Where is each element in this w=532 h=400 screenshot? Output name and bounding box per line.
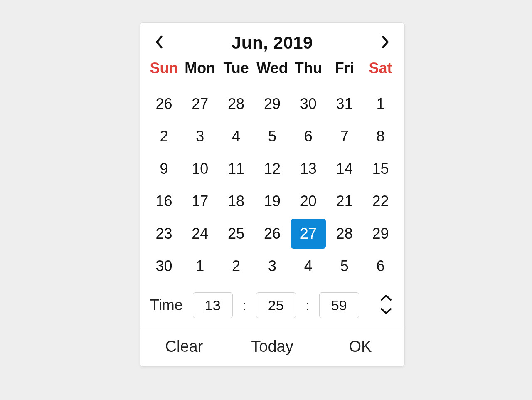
day-cell[interactable]: 3 <box>182 120 218 153</box>
day-cell[interactable]: 23 <box>146 217 182 250</box>
day-cell[interactable]: 28 <box>218 88 254 120</box>
day-cell[interactable]: 4 <box>290 250 326 282</box>
day-cell[interactable]: 1 <box>182 250 218 282</box>
weekday-header: Sun <box>146 59 182 88</box>
day-cell[interactable]: 10 <box>182 153 218 185</box>
weekday-header: Thu <box>290 59 326 88</box>
day-cell[interactable]: 20 <box>290 185 326 217</box>
day-cell[interactable]: 5 <box>254 120 291 153</box>
day-cell[interactable]: 11 <box>218 153 254 185</box>
day-cell[interactable]: 18 <box>218 185 254 217</box>
day-cell[interactable]: 6 <box>362 250 399 282</box>
day-cell[interactable]: 2 <box>218 250 254 282</box>
day-cell[interactable]: 7 <box>326 120 362 153</box>
day-cell[interactable]: 30 <box>146 250 182 282</box>
picker-footer: Clear Today OK <box>140 328 404 366</box>
day-cell[interactable]: 1 <box>362 88 399 120</box>
time-separator: : <box>239 297 249 314</box>
next-month-button[interactable] <box>376 34 394 52</box>
day-cell[interactable]: 5 <box>326 250 362 282</box>
weekday-header: Fri <box>326 59 362 88</box>
day-cell[interactable]: 9 <box>146 153 182 185</box>
chevron-right-icon <box>381 35 390 51</box>
hour-input[interactable]: 13 <box>193 292 233 318</box>
time-separator: : <box>303 297 313 314</box>
day-cell[interactable]: 27 <box>182 88 218 120</box>
day-cell[interactable]: 13 <box>290 153 326 185</box>
day-cell[interactable]: 14 <box>326 153 362 185</box>
calendar-grid: SunMonTueWedThuFriSat 262728293031123456… <box>146 59 399 282</box>
weekday-header: Mon <box>182 59 218 88</box>
chevron-left-icon <box>155 35 164 51</box>
chevron-up-icon <box>380 294 392 304</box>
calendar-header: Jun, 2019 <box>146 30 399 59</box>
day-cell[interactable]: 29 <box>362 217 399 250</box>
weekday-header: Wed <box>254 59 291 88</box>
day-cell[interactable]: 30 <box>290 88 326 120</box>
ok-button[interactable]: OK <box>316 338 404 356</box>
day-cell[interactable]: 17 <box>182 185 218 217</box>
second-input[interactable]: 59 <box>319 292 359 318</box>
time-decrement-button[interactable] <box>378 306 394 318</box>
day-cell[interactable]: 22 <box>362 185 399 217</box>
day-cell[interactable]: 15 <box>362 153 399 185</box>
day-cell[interactable]: 3 <box>254 250 291 282</box>
month-year-title[interactable]: Jun, 2019 <box>232 33 313 53</box>
time-spinner <box>378 292 394 318</box>
day-cell[interactable]: 26 <box>254 217 291 250</box>
day-cell[interactable]: 12 <box>254 153 291 185</box>
weekday-header: Sat <box>362 59 399 88</box>
day-cell[interactable]: 24 <box>182 217 218 250</box>
today-button[interactable]: Today <box>228 338 316 356</box>
day-cell[interactable]: 8 <box>362 120 399 153</box>
minute-input[interactable]: 25 <box>256 292 296 318</box>
time-row: Time 13 : 25 : 59 <box>146 282 399 328</box>
day-cell[interactable]: 29 <box>254 88 291 120</box>
day-cell[interactable]: 21 <box>326 185 362 217</box>
day-cell[interactable]: 16 <box>146 185 182 217</box>
time-label: Time <box>150 296 183 314</box>
time-increment-button[interactable] <box>378 292 394 305</box>
datetime-picker: Jun, 2019 SunMonTueWedThuFriSat 26272829… <box>140 22 405 367</box>
day-cell[interactable]: 4 <box>218 120 254 153</box>
day-cell[interactable]: 19 <box>254 185 291 217</box>
day-cell[interactable]: 25 <box>218 217 254 250</box>
chevron-down-icon <box>380 307 392 317</box>
day-cell[interactable]: 26 <box>146 88 182 120</box>
day-cell[interactable]: 6 <box>290 120 326 153</box>
day-cell[interactable]: 27 <box>290 217 326 250</box>
weekday-header: Tue <box>218 59 254 88</box>
clear-button[interactable]: Clear <box>140 338 228 356</box>
day-cell[interactable]: 28 <box>326 217 362 250</box>
day-cell[interactable]: 2 <box>146 120 182 153</box>
day-cell[interactable]: 31 <box>326 88 362 120</box>
prev-month-button[interactable] <box>150 34 168 52</box>
